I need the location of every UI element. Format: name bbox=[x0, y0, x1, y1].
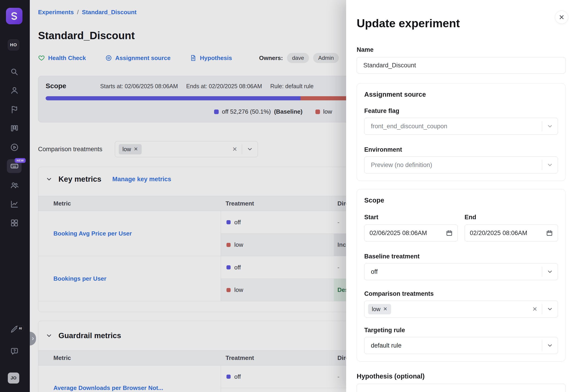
metric-link[interactable]: Booking Avg Price per User bbox=[38, 211, 221, 256]
chip-label: low bbox=[372, 306, 381, 312]
chevron-down-icon[interactable] bbox=[242, 146, 258, 152]
end-date-input[interactable]: 02/20/2025 08:06AM bbox=[465, 224, 558, 241]
comparison-treatments-select[interactable]: low ✕ ✕ bbox=[364, 301, 558, 318]
scope-ends: Ends at: 02/20/2025 08:06AM bbox=[186, 83, 262, 90]
chevron-down-icon[interactable] bbox=[542, 342, 558, 349]
columns-icon[interactable] bbox=[9, 123, 19, 133]
sidebar: HO NEW AI JO bbox=[0, 0, 30, 392]
assignment-source-link[interactable]: Assignment source bbox=[105, 55, 171, 62]
workspace-avatar[interactable]: HO bbox=[8, 39, 19, 50]
owner-chip-admin[interactable]: Admin bbox=[313, 53, 339, 63]
environment-label: Environment bbox=[364, 146, 558, 153]
assignment-source-box: Assignment source Feature flag front_end… bbox=[357, 83, 566, 181]
targeting-rule-select[interactable]: default rule bbox=[364, 337, 558, 354]
logo-glyph bbox=[9, 11, 19, 21]
feature-flag-icon[interactable] bbox=[9, 104, 19, 114]
close-icon[interactable]: ✕ bbox=[555, 11, 568, 24]
people-group-icon[interactable] bbox=[9, 180, 19, 190]
col-treatment: Treatment bbox=[221, 200, 334, 207]
baseline-treatment-label: Baseline treatment bbox=[364, 253, 558, 260]
chip-remove-icon[interactable]: ✕ bbox=[134, 146, 138, 152]
treatment-cell: low bbox=[221, 234, 334, 256]
collapse-chevron-icon[interactable] bbox=[46, 176, 53, 182]
treatment-label: off bbox=[234, 264, 241, 271]
clear-selection-icon[interactable]: ✕ bbox=[528, 306, 542, 313]
calendar-icon[interactable] bbox=[446, 229, 453, 237]
hypothesis-link[interactable]: Hypothesis bbox=[190, 55, 232, 62]
owner-chip-dave[interactable]: dave bbox=[287, 53, 309, 63]
treatment-chip-low[interactable]: low ✕ bbox=[119, 144, 142, 154]
off-swatch bbox=[227, 265, 231, 269]
scope-box: Scope Start 02/06/2025 08:06AM End 02/20… bbox=[357, 189, 566, 362]
hypothesis-optional-label: Hypothesis (optional) bbox=[357, 373, 566, 380]
environment-select[interactable]: Preview (no definition) bbox=[364, 156, 558, 173]
users-icon[interactable] bbox=[9, 85, 19, 96]
guardrail-metrics-title: Guardrail metrics bbox=[58, 331, 121, 340]
assignment-source-label: Assignment source bbox=[115, 55, 171, 62]
breadcrumb-experiments[interactable]: Experiments bbox=[38, 9, 74, 16]
baseline-treatment-select[interactable]: off bbox=[364, 263, 558, 280]
comparison-treatments-label: Comparison treatments bbox=[38, 146, 115, 153]
treatment-label: low bbox=[234, 286, 243, 294]
treatment-label: low bbox=[234, 241, 243, 248]
environment-value: Preview (no definition) bbox=[368, 162, 432, 169]
statsig-logo[interactable] bbox=[6, 8, 22, 24]
targeting-rule-value: default rule bbox=[368, 342, 402, 349]
name-input[interactable]: Standard_Discount bbox=[357, 57, 566, 73]
manage-key-metrics-link[interactable]: Manage key metrics bbox=[112, 176, 171, 183]
legend-off-text: off 52,276 (50.1%) bbox=[222, 108, 271, 115]
legend-low-text: low bbox=[323, 108, 332, 115]
update-experiment-drawer: ✕ Update experiment Name Standard_Discou… bbox=[346, 0, 571, 392]
treatment-label: off bbox=[234, 219, 241, 226]
scope-title: Scope bbox=[46, 82, 66, 90]
treatment-cell: off bbox=[221, 365, 334, 388]
allocation-segment-off bbox=[46, 96, 300, 100]
treatment-cell: low bbox=[221, 279, 334, 301]
legend-item-off: off 52,276 (50.1%) (Baseline) bbox=[214, 108, 303, 115]
metric-link[interactable]: Average Downloads per Browser Not... bbox=[38, 365, 221, 392]
search-icon[interactable] bbox=[9, 67, 19, 77]
breadcrumb-separator: / bbox=[77, 9, 79, 16]
hypothesis-textarea[interactable] bbox=[357, 384, 566, 392]
treatment-label: off bbox=[234, 373, 241, 380]
hypothesis-label: Hypothesis bbox=[200, 55, 232, 62]
chevron-down-icon[interactable] bbox=[542, 306, 558, 312]
health-check-link[interactable]: Health Check bbox=[38, 55, 86, 62]
document-icon bbox=[190, 55, 197, 61]
play-circle-icon[interactable] bbox=[9, 142, 19, 152]
feature-flag-label: Feature flag bbox=[364, 107, 558, 114]
calendar-icon[interactable] bbox=[546, 229, 553, 237]
col-metric: Metric bbox=[38, 200, 221, 207]
clear-selection-icon[interactable]: ✕ bbox=[228, 146, 242, 153]
low-swatch bbox=[315, 110, 320, 114]
start-date-value: 02/06/2025 08:06AM bbox=[370, 230, 427, 237]
col-metric: Metric bbox=[38, 354, 221, 362]
ai-badge: AI bbox=[17, 326, 24, 331]
name-label: Name bbox=[357, 46, 566, 53]
targeting-rule-label: Targeting rule bbox=[364, 327, 558, 334]
chevron-down-icon[interactable] bbox=[542, 268, 558, 275]
breadcrumb-current[interactable]: Standard_Discount bbox=[82, 9, 136, 16]
help-chat-icon[interactable] bbox=[9, 346, 19, 356]
chip-remove-icon[interactable]: ✕ bbox=[383, 306, 387, 312]
scope-starts: Starts at: 02/06/2025 08:06AM bbox=[100, 83, 178, 90]
user-avatar[interactable]: JO bbox=[8, 373, 19, 383]
assignment-source-heading: Assignment source bbox=[364, 91, 558, 98]
key-metrics-title: Key metrics bbox=[58, 175, 101, 183]
off-swatch bbox=[214, 110, 219, 114]
start-date-input[interactable]: 02/06/2025 08:06AM bbox=[364, 224, 458, 241]
dashboards-grid-icon[interactable] bbox=[9, 218, 19, 228]
collapse-chevron-icon[interactable] bbox=[46, 332, 53, 339]
chevron-down-icon[interactable] bbox=[542, 123, 558, 129]
metrics-chart-icon[interactable] bbox=[9, 199, 19, 209]
target-icon bbox=[105, 55, 112, 61]
end-label: End bbox=[465, 214, 558, 221]
metric-link[interactable]: Bookings per User bbox=[38, 256, 221, 301]
off-swatch bbox=[227, 375, 231, 379]
comparison-treatments-select[interactable]: low ✕ ✕ bbox=[115, 141, 258, 157]
treatment-chip-low[interactable]: low ✕ bbox=[368, 304, 391, 314]
feature-flag-select[interactable]: front_end_discount_coupon bbox=[364, 118, 558, 135]
low-swatch bbox=[227, 243, 231, 247]
chevron-down-icon[interactable] bbox=[542, 162, 558, 168]
owners-label: Owners: bbox=[259, 55, 283, 62]
